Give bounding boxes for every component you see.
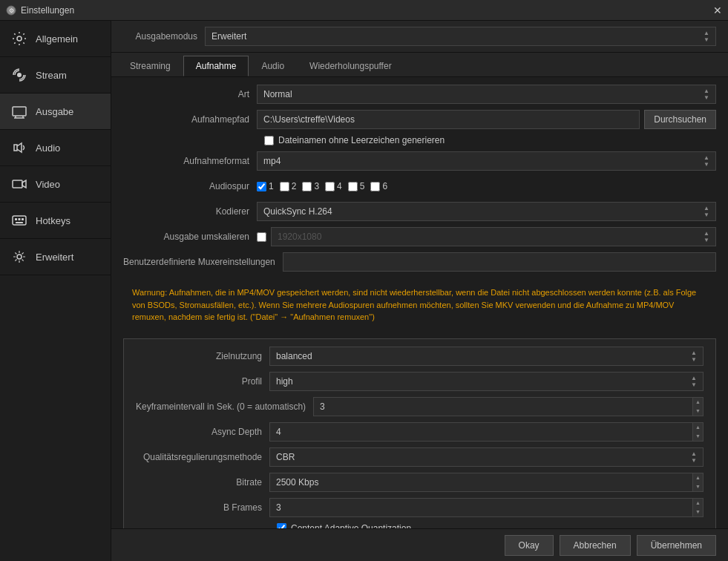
tab-streaming[interactable]: Streaming [117,56,183,76]
async-depth-spinbox: ▲ ▼ [269,422,704,442]
uebernehmen-button[interactable]: Übernehmen [637,535,716,556]
b-frames-label: B Frames [136,502,269,513]
bitrate-row: Bitrate ▲ ▼ [136,473,704,492]
app-icon: ⚙ [6,5,16,16]
keyframe-label: Keyframeintervall in Sek. (0 = automatis… [136,401,313,412]
svg-point-2 [17,36,22,41]
sidebar-item-erweitert[interactable]: Erweitert [0,239,111,275]
svg-rect-4 [13,107,26,116]
sidebar-label-allgemein: Allgemein [36,33,78,45]
window-title: Einstellungen [21,5,74,16]
bitrate-down[interactable]: ▼ [693,482,703,491]
zielnutzung-select[interactable]: balanced ▲▼ [269,347,704,366]
kodierer-label: Kodierer [123,206,257,217]
bitrate-label: Bitrate [136,477,269,488]
svg-rect-8 [13,180,22,188]
zielnutzung-row: Zielnutzung balanced ▲▼ [136,347,704,366]
art-row: Art Normal ▲▼ [123,85,716,104]
output-mode-select[interactable]: Erweitert ▲▼ [205,27,716,46]
close-button[interactable]: ✕ [713,4,722,16]
art-select[interactable]: Normal ▲▼ [257,85,716,104]
aufnahmeformat-select[interactable]: mp4 ▲▼ [257,151,716,171]
zielnutzung-arrows: ▲▼ [691,350,697,363]
sidebar-label-erweitert: Erweitert [36,252,73,263]
b-frames-up[interactable]: ▲ [693,499,703,508]
ausgabe-umskalieren-arrows: ▲▼ [704,230,709,243]
okay-button[interactable]: Okay [505,535,554,556]
kodierer-row: Kodierer QuickSync H.264 ▲▼ [123,202,716,221]
dateinamen-label: Dateinamen ohne Leerzeichen generieren [278,135,445,145]
audio-tracks: 1 2 3 4 5 [257,181,387,191]
track-1-checkbox[interactable] [257,182,266,191]
profil-select[interactable]: high ▲▼ [269,372,704,391]
aufnahmepfad-path-row: Durchsuchen [257,110,716,129]
title-bar-left: ⚙ Einstellungen [6,5,74,16]
svg-point-3 [17,73,22,77]
async-depth-up[interactable]: ▲ [693,423,703,432]
profil-row: Profil high ▲▼ [136,372,704,391]
b-frames-input[interactable] [269,498,693,517]
tab-audio[interactable]: Audio [249,56,297,76]
zielnutzung-label: Zielnutzung [136,351,269,361]
keyframe-arrows: ▲ ▼ [693,397,704,416]
audio-icon [10,139,28,157]
dateinamen-checkbox[interactable] [264,136,274,145]
ausgabe-umskalieren-checkbox[interactable] [257,232,266,242]
aufnahmepfad-input[interactable] [257,110,640,129]
b-frames-down[interactable]: ▼ [693,508,703,516]
audiospur-row: Audiospur 1 2 3 [123,177,716,196]
bitrate-up[interactable]: ▲ [693,473,703,482]
keyframe-row: Keyframeintervall in Sek. (0 = automatis… [136,397,704,416]
bitrate-input[interactable] [269,473,693,492]
track-1: 1 [257,181,274,191]
ausgabe-umskalieren-row: Ausgabe umskalieren 1920x1080 ▲▼ [123,227,716,246]
keyframe-spinbox: ▲ ▼ [313,397,704,416]
track-6: 6 [370,181,387,191]
tabs-row: Streaming Aufnahme Audio Wiederholungspu… [111,53,728,77]
sidebar-label-hotkeys: Hotkeys [36,215,70,226]
keyframe-input[interactable] [313,397,693,416]
track-5-checkbox[interactable] [348,182,358,191]
track-6-checkbox[interactable] [370,182,380,191]
output-mode-label: Ausgabemodus [123,31,197,42]
sidebar-label-stream: Stream [36,70,67,81]
bitrate-spinbox: ▲ ▼ [269,473,704,492]
ausgabe-umskalieren-select[interactable]: 1920x1080 ▲▼ [271,227,716,246]
svg-rect-13 [16,222,23,223]
caq-checkbox[interactable] [277,523,286,528]
sidebar-item-hotkeys[interactable]: Hotkeys [0,203,111,239]
keyframe-down[interactable]: ▼ [693,407,703,416]
sidebar-item-audio[interactable]: Audio [0,130,111,166]
browse-button[interactable]: Durchsuchen [644,110,716,129]
keyframe-up[interactable]: ▲ [693,398,703,407]
svg-rect-12 [22,218,24,220]
qualitaet-select[interactable]: CBR ▲▼ [269,447,704,467]
track-3: 3 [302,181,319,191]
output-mode-arrows: ▲▼ [704,30,709,43]
muxer-input[interactable] [283,252,716,272]
async-depth-label: Async Depth [136,427,269,437]
async-depth-input[interactable] [269,422,693,442]
async-depth-down[interactable]: ▼ [693,432,703,441]
async-depth-arrows: ▲ ▼ [693,422,704,442]
output-icon [10,102,28,120]
sidebar-item-stream[interactable]: Stream [0,57,111,94]
sidebar-item-video[interactable]: Video [0,166,111,203]
sidebar-item-allgemein[interactable]: Allgemein [0,21,111,57]
kodierer-select[interactable]: QuickSync H.264 ▲▼ [257,202,716,221]
b-frames-row: B Frames ▲ ▼ [136,498,704,517]
caq-label: Content Adaptive Quantization [291,523,411,529]
aufnahmepfad-row: Aufnahmepfad Durchsuchen [123,110,716,129]
muxer-label: Benutzerdefinierte Muxereinstellungen [123,257,283,267]
track-3-checkbox[interactable] [302,182,312,191]
output-mode-value: Erweitert [211,31,246,42]
abbrechen-button[interactable]: Abbrechen [560,535,631,556]
track-4-checkbox[interactable] [325,182,335,191]
tab-aufnahme[interactable]: Aufnahme [183,56,249,76]
content-area: Ausgabemodus Erweitert ▲▼ Streaming Aufn… [111,21,728,561]
track-2-checkbox[interactable] [280,182,289,191]
stream-icon [10,66,28,84]
tab-wiederholungspuffer[interactable]: Wiederholungspuffer [297,56,404,76]
aufnahmeformat-arrows: ▲▼ [704,154,709,168]
sidebar-item-ausgabe[interactable]: Ausgabe [0,94,111,130]
